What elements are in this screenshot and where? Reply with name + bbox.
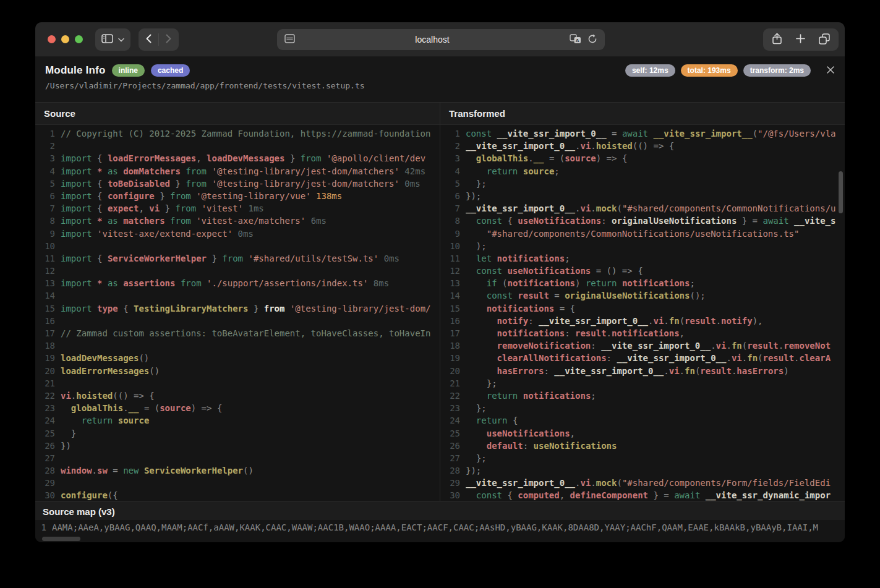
nav-button-group <box>139 28 179 51</box>
page-content: Module Info inline cached self: 12ms tot… <box>35 57 845 542</box>
code-line: 6import { configure } from '@testing-lib… <box>35 190 440 202</box>
code-line: 26}) <box>35 440 440 452</box>
code-line: 18 removeNotification: __vite_ssr_import… <box>440 339 845 352</box>
code-line: 18 <box>35 339 440 352</box>
sidebar-icon <box>101 34 113 45</box>
code-line: 26 default: useNotifications <box>440 440 845 452</box>
svg-text:A: A <box>576 37 579 43</box>
nav-divider <box>158 33 159 46</box>
toolbar-right-group <box>763 28 839 51</box>
sidebar-toggle-button[interactable] <box>101 34 113 45</box>
code-line: 28window.sw = new ServiceWorkerHelper() <box>35 464 440 477</box>
close-panel-button[interactable] <box>826 66 835 76</box>
code-line: 24 return source <box>35 414 440 427</box>
forward-button[interactable] <box>166 34 171 45</box>
code-line: 19 clearAllNotifications: __vite_ssr_imp… <box>440 352 845 364</box>
code-line: 12 const useNotifications = () => { <box>440 265 845 277</box>
code-line: 25 } <box>35 427 440 440</box>
browser-window: localhost A <box>35 22 845 542</box>
code-line: 20 hasErrors: __vite_ssr_import_0__.vi.f… <box>440 365 845 377</box>
page-title: Module Info <box>45 64 106 77</box>
tab-overview-icon <box>819 33 830 46</box>
transformed-panel: Transformed 1const __vite_ssr_import_0__… <box>440 103 845 501</box>
code-line: 4import * as domMatchers from '@testing-… <box>35 165 440 177</box>
code-line: 19loadDevMessages() <box>35 352 440 364</box>
code-line: 10 ); <box>440 240 845 252</box>
code-line: 9import 'vitest-axe/extend-expect' 0ms <box>35 228 440 240</box>
transformed-panel-title: Transformed <box>440 103 845 125</box>
code-line: 1const __vite_ssr_import_0__ = await __v… <box>440 127 845 140</box>
code-line: 2__vite_ssr_import_0__.vi.hoisted(() => … <box>440 140 845 152</box>
horizontal-scrollbar-thumb[interactable] <box>42 537 80 541</box>
code-line: 8 const { useNotifications: originalUseN… <box>440 215 845 227</box>
back-button[interactable] <box>146 34 152 45</box>
close-window-button[interactable] <box>48 35 56 43</box>
new-tab-button[interactable] <box>796 34 805 45</box>
code-line: 29 <box>35 477 440 489</box>
reload-icon <box>587 34 597 46</box>
tab-overview-button[interactable] <box>819 33 830 46</box>
code-line: 5 }; <box>440 177 845 190</box>
code-line: 30 const { computed, defineComponent } =… <box>440 489 845 501</box>
code-line: 7__vite_ssr_import_0__.vi.mock("#shared/… <box>440 202 845 215</box>
code-line: 30configure({ <box>35 489 440 501</box>
cached-badge: cached <box>151 64 190 77</box>
sourcemap-line-number: 1 <box>35 522 46 532</box>
zoom-window-button[interactable] <box>75 35 83 43</box>
sourcemap-content: AAMA;AAeA,yBAAG,QAAQ,MAAM;AACf,aAAW,KAAK… <box>52 522 818 532</box>
browser-toolbar: localhost A <box>35 22 845 57</box>
plus-icon <box>796 34 805 45</box>
sourcemap-line: 1 AAMA;AAeA,yBAAG,QAAQ,MAAM;AACf,aAAW,KA… <box>35 520 845 532</box>
share-button[interactable] <box>772 33 782 46</box>
code-line: 28}); <box>440 464 845 477</box>
source-code[interactable]: 1// Copyright (C) 2012-2025 Zammad Found… <box>35 125 440 501</box>
code-line: 17 notifications: result.notifications, <box>440 327 845 339</box>
code-line: 15import type { TestingLibraryMatchers }… <box>35 302 440 315</box>
sourcemap-section: Source map (v3) 1 AAMA;AAeA,yBAAG,QAAQ,M… <box>35 501 845 542</box>
total-time-badge: total: 193ms <box>681 64 738 77</box>
code-line: 23 globalThis.__ = (source) => { <box>35 402 440 414</box>
code-line: 16 notify: __vite_ssr_import_0__.vi.fn(r… <box>440 315 845 327</box>
code-line: 13 if (notifications) return notificatio… <box>440 277 845 289</box>
sidebar-menu-button[interactable] <box>118 35 124 44</box>
page-settings-icon[interactable] <box>284 34 295 46</box>
code-line: 23 }; <box>440 402 845 414</box>
code-line: 22vi.hoisted(() => { <box>35 390 440 402</box>
code-line: 9 "#shared/components/CommonNotification… <box>440 228 845 240</box>
reload-button[interactable] <box>587 34 597 46</box>
url-text[interactable]: localhost <box>295 35 570 45</box>
code-line: 24 return { <box>440 414 845 427</box>
code-line: 21 <box>35 377 440 390</box>
traffic-lights <box>48 35 83 43</box>
code-line: 21 }; <box>440 377 845 390</box>
code-line: 11import { ServiceWorkerHelper } from '#… <box>35 252 440 265</box>
code-line: 8import * as matchers from 'vitest-axe/m… <box>35 215 440 227</box>
code-line: 5import { toBeDisabled } from '@testing-… <box>35 177 440 190</box>
minimize-window-button[interactable] <box>61 35 69 43</box>
transformed-code[interactable]: 1const __vite_ssr_import_0__ = await __v… <box>440 125 845 501</box>
code-line: 16 <box>35 315 440 327</box>
code-line: 25 useNotifications, <box>440 427 845 440</box>
self-time-badge: self: 12ms <box>625 64 675 77</box>
code-line: 7import { expect, vi } from 'vitest' 1ms <box>35 202 440 215</box>
translate-icon: A <box>570 34 581 46</box>
code-line: 27 }; <box>440 452 845 464</box>
inline-badge: inline <box>112 64 145 77</box>
close-icon <box>826 66 835 76</box>
module-file-path: /Users/vladimir/Projects/zammad/app/fron… <box>45 81 835 90</box>
code-line: 22 return notifications; <box>440 390 845 402</box>
code-line: 1// Copyright (C) 2012-2025 Zammad Found… <box>35 127 440 140</box>
address-bar[interactable]: localhost A <box>277 29 605 50</box>
code-line: 11 let notifications; <box>440 252 845 265</box>
code-line: 10 <box>35 240 440 252</box>
code-line: 4 return source; <box>440 165 845 177</box>
chevron-left-icon <box>146 34 152 45</box>
code-panels: Source 1// Copyright (C) 2012-2025 Zamma… <box>35 102 845 501</box>
chevron-right-icon <box>166 34 171 45</box>
code-line: 13import * as assertions from './support… <box>35 277 440 289</box>
translate-button[interactable]: A <box>570 34 581 46</box>
code-line: 3 globalThis.__ = (source) => { <box>440 152 845 164</box>
source-panel-title: Source <box>35 103 440 125</box>
vertical-scrollbar-thumb[interactable] <box>839 171 843 213</box>
source-panel: Source 1// Copyright (C) 2012-2025 Zamma… <box>35 103 440 501</box>
